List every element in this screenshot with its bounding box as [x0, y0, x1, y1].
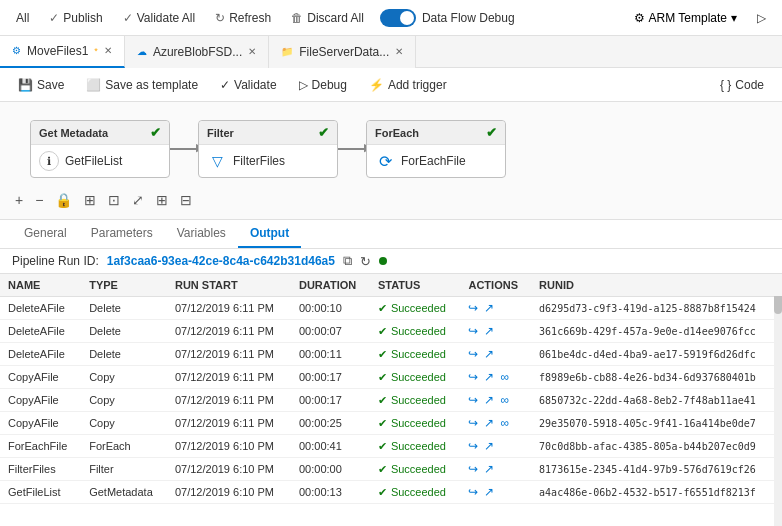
cell-run-start: 07/12/2019 6:11 PM — [167, 389, 291, 412]
save-as-template-button[interactable]: ⬜ Save as template — [76, 74, 208, 96]
cell-type: GetMetadata — [81, 481, 167, 504]
output-icon[interactable]: ↗ — [484, 462, 494, 476]
select-button[interactable]: ⊡ — [105, 189, 123, 211]
refresh-button[interactable]: ↻ Refresh — [207, 7, 279, 29]
nodes-container: Get Metadata ✔ ℹ GetFileList Filter ✔ — [0, 102, 782, 196]
run-button[interactable]: ▷ — [749, 7, 774, 29]
zoom-in-button[interactable]: + — [12, 189, 26, 211]
cell-runid: 70c0d8bb-afac-4385-805a-b44b207ec0d9 — [531, 435, 782, 458]
navigate-icon[interactable]: ↪ — [468, 485, 478, 499]
refresh-icon: ↻ — [215, 11, 225, 25]
tab-close-file[interactable]: ✕ — [395, 46, 403, 57]
scrollbar[interactable] — [774, 274, 782, 526]
lock-button[interactable]: 🔒 — [52, 189, 75, 211]
copy-icon[interactable]: ⧉ — [343, 253, 352, 269]
output-icon[interactable]: ↗ — [484, 324, 494, 338]
arm-template-button[interactable]: ⚙ ARM Template ▾ — [626, 7, 745, 29]
fit-button[interactable]: ⊞ — [81, 189, 99, 211]
cell-name: CopyAFile — [0, 389, 81, 412]
publish-button[interactable]: ✓ Publish — [41, 7, 110, 29]
output-icon[interactable]: ↗ — [484, 485, 494, 499]
node-header-label: Get Metadata — [39, 127, 108, 139]
validate-button[interactable]: ✓ Validate — [210, 74, 286, 96]
output-icon[interactable]: ↗ — [484, 301, 494, 315]
col-status: STATUS — [370, 274, 461, 297]
col-type: TYPE — [81, 274, 167, 297]
cell-type: Delete — [81, 297, 167, 320]
cell-status: ✔ Succeeded — [370, 435, 461, 458]
status-dot — [379, 257, 387, 265]
canvas-toolbar: + − 🔒 ⊞ ⊡ ⤢ ⊞ ⊟ — [12, 189, 195, 211]
validate-icon: ✓ — [220, 78, 230, 92]
debug-button[interactable]: ▷ Debug — [289, 74, 357, 96]
cell-duration: 00:00:11 — [291, 343, 370, 366]
node-foreach-badge: ✔ — [486, 125, 497, 140]
table-row: FilterFiles Filter 07/12/2019 6:10 PM 00… — [0, 458, 782, 481]
zoom-out-button[interactable]: − — [32, 189, 46, 211]
navigate-icon[interactable]: ↪ — [468, 301, 478, 315]
navigate-icon[interactable]: ↪ — [468, 439, 478, 453]
extra-icon[interactable]: ∞ — [500, 416, 509, 430]
tab-azureblob[interactable]: ☁ AzureBlobFSD... ✕ — [125, 36, 269, 68]
extra-icon[interactable]: ∞ — [500, 370, 509, 384]
node-foreach-label: ForEach — [375, 127, 419, 139]
cell-runid: 8173615e-2345-41d4-97b9-576d7619cf26 — [531, 458, 782, 481]
refresh-run-icon[interactable]: ↻ — [360, 254, 371, 269]
table-row: ForEachFile ForEach 07/12/2019 6:10 PM 0… — [0, 435, 782, 458]
expand-button[interactable]: ⤢ — [129, 189, 147, 211]
navigate-icon[interactable]: ↪ — [468, 370, 478, 384]
tab-icon-azure: ☁ — [137, 46, 147, 57]
node-foreach[interactable]: ForEach ✔ ⟳ ForEachFile — [366, 120, 506, 178]
code-button[interactable]: { } Code — [710, 74, 774, 96]
table-container[interactable]: NAME TYPE RUN START DURATION STATUS ACTI… — [0, 274, 782, 526]
extra-icon[interactable]: ∞ — [500, 393, 509, 407]
navigate-icon[interactable]: ↪ — [468, 347, 478, 361]
toggle-switch[interactable] — [380, 9, 416, 27]
tab-output[interactable]: Output — [238, 220, 301, 248]
cell-run-start: 07/12/2019 6:10 PM — [167, 481, 291, 504]
output-icon[interactable]: ↗ — [484, 393, 494, 407]
navigate-icon[interactable]: ↪ — [468, 324, 478, 338]
col-run-start: RUN START — [167, 274, 291, 297]
cell-status: ✔ Succeeded — [370, 320, 461, 343]
cell-duration: 00:00:00 — [291, 458, 370, 481]
table-row: DeleteAFile Delete 07/12/2019 6:11 PM 00… — [0, 297, 782, 320]
tab-general[interactable]: General — [12, 220, 79, 248]
grid-button[interactable]: ⊞ — [153, 189, 171, 211]
navigate-icon[interactable]: ↪ — [468, 416, 478, 430]
navigate-icon[interactable]: ↪ — [468, 393, 478, 407]
all-button[interactable]: All — [8, 7, 37, 29]
tab-parameters[interactable]: Parameters — [79, 220, 165, 248]
table-row: DeleteAFile Delete 07/12/2019 6:11 PM 00… — [0, 320, 782, 343]
connector-1 — [170, 148, 198, 150]
tab-variables[interactable]: Variables — [165, 220, 238, 248]
run-icon: ▷ — [757, 11, 766, 25]
save-button[interactable]: 💾 Save — [8, 74, 74, 96]
tab-fileserver[interactable]: 📁 FileServerData... ✕ — [269, 36, 416, 68]
node-filter-body: FilterFiles — [233, 154, 285, 168]
output-icon[interactable]: ↗ — [484, 370, 494, 384]
cell-actions: ↪ ↗ — [460, 343, 531, 366]
output-icon[interactable]: ↗ — [484, 347, 494, 361]
node-filter[interactable]: Filter ✔ ▽ FilterFiles — [198, 120, 338, 178]
table-header-row: NAME TYPE RUN START DURATION STATUS ACTI… — [0, 274, 782, 297]
canvas-area[interactable]: Get Metadata ✔ ℹ GetFileList Filter ✔ — [0, 102, 782, 220]
table-row: DeleteAFile Delete 07/12/2019 6:11 PM 00… — [0, 343, 782, 366]
tab-close-azure[interactable]: ✕ — [248, 46, 256, 57]
output-icon[interactable]: ↗ — [484, 416, 494, 430]
data-flow-debug-toggle[interactable]: Data Flow Debug — [380, 9, 515, 27]
tab-close-movefiles[interactable]: ✕ — [104, 45, 112, 56]
output-icon[interactable]: ↗ — [484, 439, 494, 453]
cell-runid: d6295d73-c9f3-419d-a125-8887b8f15424 — [531, 297, 782, 320]
cell-runid: 361c669b-429f-457a-9e0e-d14ee9076fcc — [531, 320, 782, 343]
layout-button[interactable]: ⊟ — [177, 189, 195, 211]
col-name: NAME — [0, 274, 81, 297]
discard-all-button[interactable]: 🗑 Discard All — [283, 7, 372, 29]
node-get-metadata[interactable]: Get Metadata ✔ ℹ GetFileList — [30, 120, 170, 178]
navigate-icon[interactable]: ↪ — [468, 462, 478, 476]
tab-movefiles[interactable]: ⚙ MoveFiles1 * ✕ — [0, 36, 125, 68]
add-trigger-button[interactable]: ⚡ Add trigger — [359, 74, 457, 96]
cell-status: ✔ Succeeded — [370, 458, 461, 481]
validate-all-button[interactable]: ✓ Validate All — [115, 7, 203, 29]
publish-icon: ✓ — [49, 11, 59, 25]
